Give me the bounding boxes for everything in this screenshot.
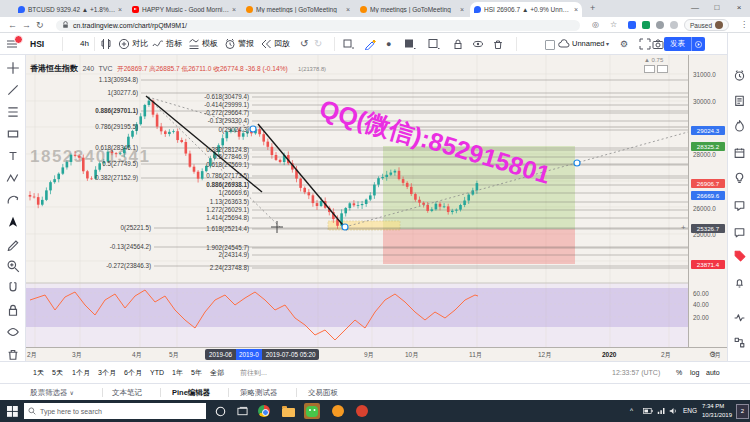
publish-button[interactable]: 发表 [664, 37, 705, 51]
tray-chevron-icon[interactable]: ^ [630, 407, 633, 414]
crosshair-icon[interactable] [6, 61, 20, 75]
browser-menu-icon[interactable]: ⋮ [740, 20, 748, 29]
promo-tag-icon[interactable] [733, 248, 746, 261]
browser-tab-gotomeeting-2[interactable]: My meetings | GoToMeeting × [356, 2, 468, 17]
range-button[interactable]: 1年 [172, 362, 183, 384]
remove-drawings-trash-icon[interactable] [492, 38, 504, 50]
range-button[interactable]: YTD [150, 362, 164, 384]
extension-icon-3[interactable] [656, 21, 664, 29]
battery-icon[interactable] [643, 407, 653, 415]
bookmark-star-icon[interactable]: ☆ [610, 20, 617, 29]
undo-icon[interactable]: ↺ [300, 33, 308, 55]
xabcd-pattern-icon[interactable] [6, 171, 20, 185]
extension-icon-1[interactable] [628, 21, 636, 29]
task-list-icon[interactable] [733, 93, 746, 106]
log-scale-button[interactable]: log [690, 362, 699, 384]
extension-icon-2[interactable] [642, 21, 650, 29]
chat-public-icon[interactable] [733, 198, 746, 211]
remove-all-icon[interactable] [6, 347, 20, 361]
tray-date[interactable]: 10/31/2019 [702, 412, 732, 418]
wechat-taskbar-icon-active[interactable] [304, 403, 320, 419]
calendar-icon[interactable] [733, 145, 746, 158]
legend-symbol[interactable]: 香港恒生指数 [30, 64, 78, 73]
range-button[interactable]: 5年 [191, 362, 202, 384]
hotlist-flame-icon[interactable] [733, 118, 746, 131]
tab-close-icon[interactable]: × [346, 6, 350, 13]
back-icon[interactable]: ← [8, 18, 17, 32]
alarm-clock-icon[interactable] [733, 68, 746, 81]
price-axis[interactable]: 31000.030000.028000.026000.025000.060.00… [688, 55, 727, 347]
object-tree-icon[interactable] [733, 335, 746, 348]
panes-dropdown-icon[interactable] [404, 38, 416, 50]
cortana-button[interactable] [212, 403, 228, 419]
dot-color-icon[interactable]: ● [386, 33, 391, 55]
clock-utc[interactable]: 12:33:57 (UTC) [612, 362, 660, 384]
tab-trading-panel[interactable]: 交易面板 [308, 384, 338, 401]
tab-strategy-tester[interactable]: 策略测试器 [240, 384, 278, 401]
browser-tab-youtube[interactable]: HAPPY Music - Good Morning | × [128, 2, 240, 17]
market-pulse-icon[interactable] [733, 310, 746, 323]
url-omnibox[interactable]: cn.tradingview.com/chart/rpQtM9M1/ [56, 20, 580, 31]
draw-pencil-icon[interactable] [364, 38, 376, 50]
hide-all-icon[interactable] [6, 325, 20, 339]
tab-pine-editor[interactable]: Pine编辑器 [172, 384, 210, 401]
layout-dropdown-icon[interactable] [428, 38, 440, 50]
tab-close-icon[interactable]: × [232, 6, 236, 13]
tab-close-icon[interactable]: × [574, 6, 578, 13]
replay-button[interactable]: 回放 [274, 33, 290, 55]
tab-text-notes[interactable]: 文本笔记 [112, 384, 142, 401]
file-explorer-taskbar-icon[interactable] [280, 403, 296, 419]
text-icon[interactable] [6, 149, 20, 163]
extension-icon-4[interactable] [670, 21, 678, 29]
notifications-bell-icon[interactable] [733, 275, 746, 288]
pane-maximize-button[interactable] [657, 65, 668, 73]
task-view-button[interactable] [234, 403, 250, 419]
shapes-icon[interactable] [6, 127, 20, 141]
network-icon[interactable] [657, 407, 666, 415]
cloud-save-icon[interactable] [558, 38, 570, 50]
fib-retracement-icon[interactable] [6, 105, 20, 119]
time-axis[interactable]: ⚙ 2月3月4月5月8月9月10月11月12月20202月3月 2019-06 … [26, 347, 727, 361]
layout-caret-icon[interactable]: ▾ [606, 33, 609, 55]
magnet-icon[interactable] [6, 281, 20, 295]
browser-tab-gotomeeting-1[interactable]: My meetings | GoToMeeting × [242, 2, 354, 17]
indicators-button[interactable]: 指标 [166, 33, 182, 55]
reload-icon[interactable]: ↻ [36, 18, 44, 32]
window-minimize-button[interactable]: — [686, 0, 704, 16]
publish-play-icon[interactable] [691, 37, 705, 51]
speaker-icon[interactable] [669, 407, 678, 415]
tab-close-icon[interactable]: × [460, 6, 464, 13]
compare-button[interactable]: 对比 [132, 33, 148, 55]
compare-plus-icon[interactable] [118, 38, 130, 50]
sync-paused-pill[interactable]: Paused [684, 19, 729, 31]
app-taskbar-icon-orange[interactable] [330, 403, 346, 419]
zoom-in-icon[interactable] [6, 259, 20, 273]
snapshot-camera-icon[interactable] [652, 38, 664, 50]
templates-icon[interactable] [188, 38, 200, 50]
goto-date-button[interactable]: 前往到... [240, 362, 267, 384]
window-maximize-button[interactable]: □ [708, 0, 726, 16]
templates-button[interactable]: 模板 [202, 33, 218, 55]
layout-name-button[interactable]: Unnamed [572, 33, 605, 55]
language-indicator[interactable]: ENG [683, 407, 697, 414]
forecast-icon[interactable] [6, 193, 20, 207]
chart-style-icon[interactable] [100, 38, 112, 50]
tab-close-icon[interactable]: × [118, 6, 122, 13]
taskbar-search-input[interactable]: Type here to search [24, 403, 206, 419]
arrow-marker-icon[interactable] [6, 215, 20, 229]
site-info-icon[interactable]: ◎ [592, 20, 599, 29]
trend-line-icon[interactable] [6, 83, 20, 97]
redo-icon[interactable]: ↻ [314, 33, 322, 55]
start-button[interactable] [4, 403, 20, 419]
browser-tab-hsi-active[interactable]: HSI 26906.7 ▲ +0.9% Unnamed × [470, 2, 582, 17]
range-button[interactable]: 6个月 [124, 362, 142, 384]
lock-drawings-icon[interactable] [452, 38, 464, 50]
idea-bulb-icon[interactable] [733, 170, 746, 183]
interval-button[interactable]: 4h [80, 33, 89, 55]
range-button[interactable]: 1个月 [72, 362, 90, 384]
range-button[interactable]: 5天 [52, 362, 63, 384]
window-close-button[interactable]: × [730, 0, 748, 16]
chrome-taskbar-icon[interactable] [256, 403, 272, 419]
range-button[interactable]: 1天 [33, 362, 44, 384]
style-dropdown-icon[interactable] [343, 38, 355, 50]
